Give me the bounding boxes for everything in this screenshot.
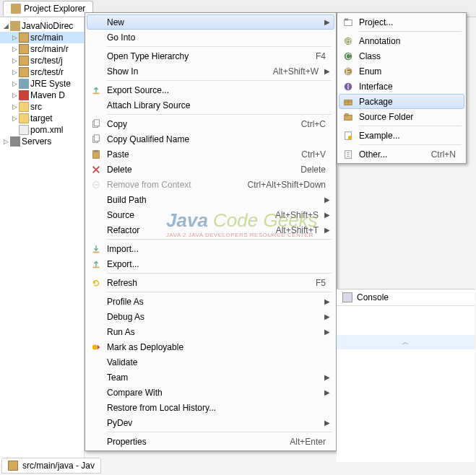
blank-icon: [90, 402, 103, 414]
tree-item[interactable]: ▷src/test/r: [0, 66, 84, 78]
menu-item-delete[interactable]: DeleteDelete: [87, 162, 334, 177]
menu-item-profile-as[interactable]: Profile As▶: [87, 294, 334, 309]
fld-icon: [19, 102, 29, 112]
editor-tab[interactable]: src/main/java - Jav: [1, 458, 101, 474]
tree-project[interactable]: ◢ JavaNioDirec: [0, 20, 84, 32]
mvn-icon: [19, 90, 29, 100]
menu-item-package[interactable]: Package: [339, 94, 464, 109]
submenu-arrow-icon: ▶: [324, 211, 332, 219]
caret-up-icon: ︿: [402, 338, 409, 347]
blank-icon: [90, 387, 103, 398]
svg-rect-11: [345, 19, 352, 25]
menu-item-refactor[interactable]: RefactorAlt+Shift+T▶: [87, 222, 334, 238]
menu-separator: [107, 239, 332, 240]
menu-item-run-as[interactable]: Run As▶: [87, 324, 334, 339]
menu-item-compare-with[interactable]: Compare With▶: [87, 385, 334, 400]
menu-item-source[interactable]: SourceAlt+Shift+S▶: [87, 207, 334, 222]
menu-separator: [359, 31, 462, 32]
package-icon: [342, 96, 355, 108]
menu-item-validate[interactable]: Validate: [87, 354, 334, 370]
shortcut: Alt+Enter: [290, 437, 332, 447]
tree-servers[interactable]: ▷ Servers: [0, 136, 84, 147]
menu-item-show-in[interactable]: Show InAlt+Shift+W▶: [87, 64, 334, 79]
annotation-icon: @: [342, 35, 355, 47]
menu-item-source-folder[interactable]: Source Folder: [339, 109, 464, 124]
console-panel: Console ︿: [337, 289, 475, 462]
svg-rect-9: [93, 266, 100, 268]
console-icon: [342, 292, 352, 302]
shortcut: Ctrl+C: [301, 119, 332, 129]
submenu-arrow-icon: ▶: [324, 373, 332, 381]
tree-item[interactable]: ▷src/main/r: [0, 43, 84, 55]
submenu-arrow-icon: ▶: [324, 67, 332, 75]
svg-rect-4: [94, 134, 99, 141]
menu-item-class[interactable]: CClass: [339, 48, 464, 64]
menu-item-attach-library-source[interactable]: Attach Library Source: [87, 97, 334, 113]
interface-icon: I: [342, 81, 355, 92]
remove-icon: [90, 179, 103, 191]
menu-item-example[interactable]: Example...: [339, 128, 464, 143]
fld-icon: [19, 113, 29, 123]
menu-item-paste[interactable]: PasteCtrl+V: [87, 147, 334, 162]
pkg-icon: [19, 67, 29, 77]
menu-item-interface[interactable]: IInterface: [339, 79, 464, 94]
menu-item-annotation[interactable]: @Annotation: [339, 33, 464, 48]
project-tree: ◢ JavaNioDirec ▷src/main▷src/main/r▷src/…: [0, 17, 84, 150]
menu-item-properties[interactable]: PropertiesAlt+Enter: [87, 434, 334, 449]
menu-item-export-source[interactable]: Export Source...: [87, 82, 334, 97]
menu-item-open-type-hierarchy[interactable]: Open Type HierarchyF4: [87, 48, 334, 64]
copy-icon: [90, 118, 103, 130]
java-icon: [8, 461, 18, 471]
menu-item-go-into[interactable]: Go Into: [87, 30, 334, 45]
jre-icon: [19, 79, 29, 89]
project-explorer-tab[interactable]: Project Explorer: [3, 1, 93, 16]
console-tab[interactable]: Console: [337, 289, 475, 306]
blank-icon: [90, 194, 103, 206]
menu-item-remove-from-context[interactable]: Remove from ContextCtrl+Alt+Shift+Down: [87, 177, 334, 192]
tree-item[interactable]: ▷src: [0, 101, 84, 113]
xml-icon: [19, 125, 29, 135]
menu-item-copy-qualified-name[interactable]: Copy Qualified Name: [87, 131, 334, 147]
menu-item-mark-as-deployable[interactable]: Mark as Deployable: [87, 339, 334, 354]
menu-item-restore-from-local-history[interactable]: Restore from Local History...: [87, 400, 334, 415]
pkg-icon: [19, 44, 29, 54]
refresh-icon: [90, 277, 103, 289]
explorer-icon: [11, 4, 21, 14]
svg-text:C: C: [345, 51, 351, 60]
menu-item-export[interactable]: Export...: [87, 256, 334, 271]
menu-item-debug-as[interactable]: Debug As▶: [87, 309, 334, 324]
tree-item[interactable]: ▷src/main: [0, 32, 84, 43]
menu-item-import[interactable]: Import...: [87, 241, 334, 256]
blank-icon: [90, 311, 103, 323]
menu-item-copy[interactable]: CopyCtrl+C: [87, 116, 334, 131]
menu-separator: [107, 432, 332, 432]
menu-separator: [107, 114, 332, 115]
svg-rect-12: [345, 18, 348, 20]
submenu-arrow-icon: ▶: [324, 419, 332, 427]
menu-item-new[interactable]: New▶: [87, 14, 334, 30]
submenu-arrow-icon: ▶: [324, 388, 332, 396]
menu-item-pydev[interactable]: PyDev▶: [87, 415, 334, 430]
pkg-icon: [19, 56, 29, 66]
blank-icon: [90, 417, 103, 429]
tree-item[interactable]: ▷target: [0, 113, 84, 124]
servers-icon: [10, 136, 20, 147]
blank-icon: [90, 51, 103, 62]
tree-item[interactable]: ▷Maven D: [0, 90, 84, 101]
menu-item-other[interactable]: Other...Ctrl+N: [339, 147, 464, 162]
blank-icon: [90, 436, 103, 448]
delete-icon: [90, 164, 103, 175]
console-body[interactable]: ︿: [337, 335, 475, 349]
menu-separator: [107, 46, 332, 47]
paste-icon: [90, 149, 103, 160]
tree-item[interactable]: ▷JRE Syste: [0, 78, 84, 90]
tree-item[interactable]: ▷src/test/j: [0, 55, 84, 66]
menu-item-project[interactable]: Project...: [339, 14, 464, 30]
menu-item-team[interactable]: Team▶: [87, 370, 334, 385]
shortcut: Alt+Shift+T: [276, 225, 324, 235]
menu-item-enum[interactable]: EEnum: [339, 64, 464, 79]
tree-item[interactable]: pom.xml: [0, 124, 84, 136]
export-icon: [90, 258, 103, 270]
menu-item-build-path[interactable]: Build Path▶: [87, 192, 334, 207]
menu-item-refresh[interactable]: RefreshF5: [87, 275, 334, 290]
